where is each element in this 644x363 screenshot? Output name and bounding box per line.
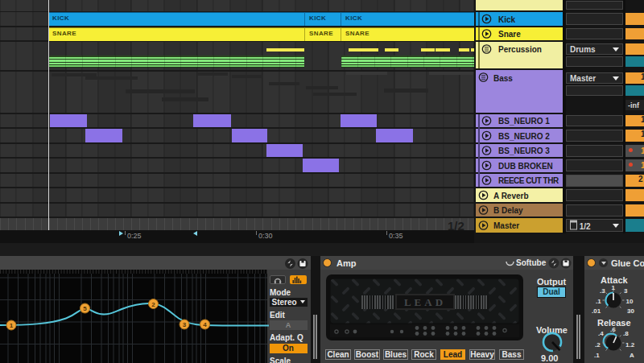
svg-text:30: 30 (627, 307, 634, 315)
svg-text:5: 5 (83, 305, 87, 312)
svg-text:.8: .8 (623, 330, 629, 337)
svg-text:3: 3 (624, 287, 628, 295)
svg-text:1: 1 (10, 322, 14, 329)
svg-text:.1: .1 (596, 298, 601, 305)
svg-text:.2: .2 (595, 341, 601, 349)
svg-text:10: 10 (626, 298, 634, 305)
svg-text:4: 4 (203, 321, 207, 328)
svg-text:.6: .6 (610, 326, 616, 333)
svg-text:1.2: 1.2 (625, 341, 635, 349)
svg-text:.3: .3 (600, 287, 605, 295)
svg-text:.1: .1 (594, 352, 600, 359)
svg-text:1: 1 (612, 284, 616, 291)
svg-text:A: A (630, 352, 634, 359)
svg-text:2: 2 (151, 301, 155, 308)
svg-text:3: 3 (183, 321, 187, 328)
svg-text:.4: .4 (598, 330, 604, 337)
svg-text:.01: .01 (592, 307, 601, 315)
